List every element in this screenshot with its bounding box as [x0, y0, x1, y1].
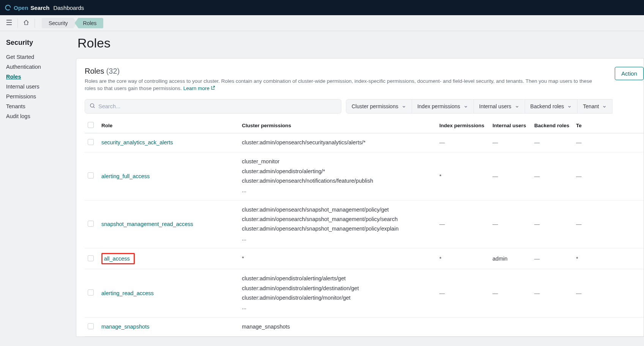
backend-cell: — — [531, 152, 573, 201]
highlight-box: all_access — [101, 253, 135, 264]
column-index-permissions[interactable]: Index permissions — [436, 118, 489, 133]
sidebar-item-authentication[interactable]: Authentication — [6, 62, 70, 72]
opensearch-swirl-icon — [5, 4, 11, 11]
cluster-permissions-cell: manage_snapshots — [242, 322, 433, 332]
breadcrumb: Security Roles — [42, 18, 103, 28]
role-link[interactable]: alerting_full_access — [101, 173, 150, 179]
table-row: alerting_read_accesscluster:admin/opendi… — [85, 269, 644, 318]
row-checkbox[interactable] — [88, 289, 94, 295]
svg-point-0 — [90, 104, 94, 107]
table-row: security_analytics_ack_alertscluster:adm… — [85, 133, 644, 152]
top-bar: OpenSearch Dashboards — [0, 0, 644, 15]
column-role[interactable]: Role — [98, 118, 239, 133]
row-checkbox[interactable] — [88, 255, 94, 261]
sidebar-item-audit-logs[interactable]: Audit logs — [6, 111, 70, 121]
home-icon — [23, 19, 29, 27]
chevron-down-icon — [567, 103, 572, 110]
backend-cell: — — [531, 248, 573, 269]
panel-count: (32) — [104, 67, 120, 75]
sidebar-title: Security — [6, 39, 70, 47]
filter-cluster-permissions[interactable]: Cluster permissions — [346, 99, 412, 114]
backend-cell: — — [531, 200, 573, 248]
internal-cell: admin — [489, 248, 531, 269]
index-cell: * — [436, 248, 489, 269]
table-row: manage_snapshotsmanage_snapshots — [85, 317, 644, 336]
sidebar-item-permissions[interactable]: Permissions — [6, 92, 70, 101]
sidebar-item-tenants[interactable]: Tenants — [6, 101, 70, 111]
tenant-cell — [573, 317, 644, 336]
sidebar-item-get-started[interactable]: Get Started — [6, 52, 70, 62]
roles-table: Role Cluster permissions Index permissio… — [85, 118, 644, 337]
filter-group: Cluster permissionsIndex permissionsInte… — [346, 99, 612, 114]
cluster-permissions-cell: * — [242, 254, 433, 263]
backend-cell: — — [531, 269, 573, 318]
row-checkbox[interactable] — [88, 323, 94, 329]
role-link[interactable]: snapshot_management_read_access — [101, 221, 193, 227]
chevron-down-icon — [401, 103, 406, 110]
table-row: all_access**admin—* — [85, 248, 644, 269]
nav-bar: Security Roles — [0, 15, 644, 31]
internal-cell — [489, 317, 531, 336]
chevron-down-icon — [463, 103, 468, 110]
external-link-icon — [211, 85, 215, 92]
page-title: Roles — [76, 36, 644, 51]
sidebar-item-roles[interactable]: Roles — [6, 72, 70, 82]
search-box[interactable] — [85, 99, 341, 114]
index-cell: — — [436, 133, 489, 152]
learn-more-link[interactable]: Learn more — [183, 85, 215, 91]
row-checkbox[interactable] — [88, 139, 94, 145]
filter-backend-roles[interactable]: Backend roles — [525, 99, 578, 114]
role-link[interactable]: all_access — [104, 256, 130, 262]
internal-cell: — — [489, 269, 531, 318]
brand-logo[interactable]: OpenSearch Dashboards — [5, 4, 84, 11]
breadcrumb-security[interactable]: Security — [42, 18, 77, 28]
row-checkbox[interactable] — [88, 172, 94, 179]
search-icon — [90, 103, 95, 110]
filter-internal-users[interactable]: Internal users — [474, 99, 525, 114]
panel-title: Roles — [85, 67, 104, 75]
index-cell: * — [436, 152, 489, 201]
nav-divider — [17, 19, 18, 28]
internal-cell: — — [489, 133, 531, 152]
actions-button[interactable]: Action — [615, 67, 644, 80]
cluster-permissions-cell: cluster:admin/opensearch/snapshot_manage… — [242, 205, 433, 244]
nav-divider-2 — [35, 19, 35, 28]
search-input[interactable] — [98, 103, 336, 109]
filter-index-permissions[interactable]: Index permissions — [412, 99, 474, 114]
column-backend-roles[interactable]: Backend roles — [531, 118, 573, 133]
table-row: alerting_full_accesscluster_monitorclust… — [85, 152, 644, 201]
select-all-checkbox[interactable] — [88, 122, 94, 128]
tenant-cell: — — [573, 269, 644, 318]
tenant-cell: — — [573, 200, 644, 248]
index-cell: — — [436, 269, 489, 318]
filter-tenant[interactable]: Tenant — [578, 99, 612, 114]
tenant-cell: — — [573, 133, 644, 152]
hamburger-icon — [6, 20, 12, 26]
column-internal-users[interactable]: Internal users — [489, 118, 531, 133]
role-link[interactable]: security_analytics_ack_alerts — [101, 139, 173, 145]
column-tenants[interactable]: Te — [573, 118, 644, 133]
cluster-permissions-cell: cluster_monitorcluster:admin/opendistro/… — [242, 157, 433, 196]
sidebar: Security Get StartedAuthenticationRolesI… — [0, 31, 76, 337]
tenant-cell: — — [573, 152, 644, 201]
brand-dash: Dashboards — [53, 5, 84, 11]
internal-cell: — — [489, 152, 531, 201]
role-link[interactable]: manage_snapshots — [101, 324, 150, 330]
column-cluster-permissions[interactable]: Cluster permissions — [239, 118, 436, 133]
sidebar-item-internal-users[interactable]: Internal users — [6, 82, 70, 92]
panel-description: Roles are the core way of controlling ac… — [85, 78, 609, 92]
breadcrumb-roles[interactable]: Roles — [75, 18, 104, 28]
main-content: Roles Roles (32) Roles are the core way … — [76, 31, 644, 337]
role-link[interactable]: alerting_read_access — [101, 290, 154, 296]
backend-cell — [531, 317, 573, 336]
panel-description-text: Roles are the core way of controlling ac… — [85, 78, 592, 91]
home-button[interactable] — [20, 17, 32, 29]
index-cell: — — [436, 200, 489, 248]
tenant-cell: * — [573, 248, 644, 269]
chevron-down-icon — [602, 103, 607, 110]
backend-cell: — — [531, 133, 573, 152]
menu-toggle-button[interactable] — [3, 17, 15, 29]
row-checkbox[interactable] — [88, 221, 94, 227]
table-row: snapshot_management_read_accesscluster:a… — [85, 200, 644, 248]
index-cell — [436, 317, 489, 336]
